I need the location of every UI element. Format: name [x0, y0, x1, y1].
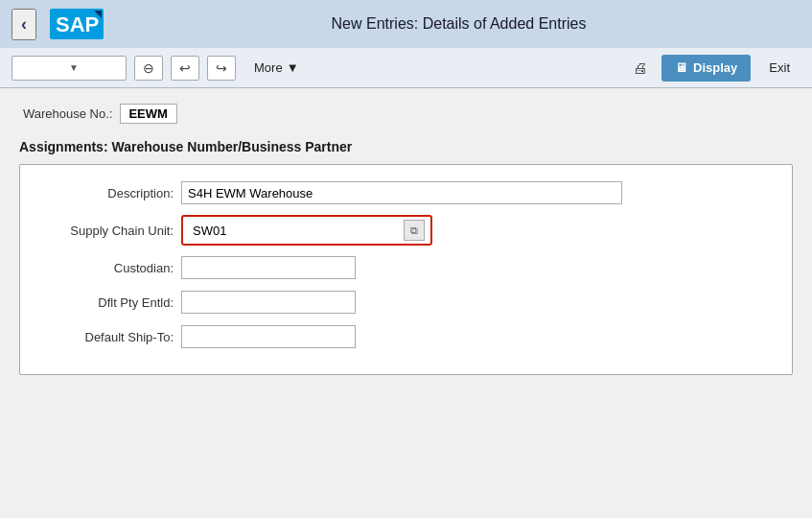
supply-chain-label: Supply Chain Unit: [39, 224, 174, 238]
main-content: Warehouse No.: EEWM www.SapOnlineTutoria… [0, 88, 812, 390]
svg-text:SAP: SAP [56, 12, 99, 36]
more-chevron-icon: ▼ [287, 60, 299, 75]
chevron-down-icon: ▼ [69, 62, 120, 73]
dflt-pty-label: Dflt Pty Entld: [39, 295, 174, 310]
assignments-title: Assignments: Warehouse Number/Business P… [19, 139, 793, 154]
more-button[interactable]: More ▼ [244, 56, 310, 81]
description-label: Description: [39, 186, 174, 200]
description-input[interactable] [181, 181, 622, 204]
default-ship-row: Default Ship-To: [39, 324, 773, 349]
supply-chain-lookup-button[interactable]: ⧉ [404, 220, 425, 241]
display-label: Display [693, 60, 737, 75]
toolbar: ▼ ⊖ ↩ ↪ More ▼ 🖨 🖥 Display Exit [0, 48, 812, 88]
header-bar: ‹ SAP New Entries: Details of Added Entr… [0, 0, 812, 48]
default-ship-label: Default Ship-To: [39, 330, 174, 344]
description-row: Description: [39, 180, 773, 205]
supply-chain-highlight: ⧉ [181, 215, 432, 246]
custodian-label: Custodian: [39, 261, 174, 275]
supply-chain-input[interactable] [189, 220, 400, 241]
warehouse-value: EEWM [120, 104, 177, 124]
back-nav-icon: ↩ [179, 60, 191, 76]
assignments-section: Assignments: Warehouse Number/Business P… [19, 139, 793, 375]
print-button[interactable]: 🖨 [625, 56, 654, 81]
lookup-icon: ⧉ [410, 224, 418, 237]
minus-button[interactable]: ⊖ [134, 56, 163, 81]
display-button[interactable]: 🖥 Display [661, 55, 751, 82]
assignments-box: Description: Supply Chain Unit: ⧉ Custod… [19, 164, 793, 375]
supply-chain-row: Supply Chain Unit: ⧉ [39, 215, 773, 246]
more-label: More [254, 60, 283, 75]
forward-nav-button[interactable]: ↪ [207, 56, 236, 81]
dflt-pty-input[interactable] [181, 291, 356, 314]
custodian-input[interactable] [181, 256, 356, 279]
print-icon: 🖨 [633, 59, 647, 76]
back-button[interactable]: ‹ [12, 9, 36, 40]
page-title: New Entries: Details of Added Entries [117, 15, 800, 33]
sap-logo: SAP [48, 7, 105, 41]
dflt-pty-row: Dflt Pty Entld: [39, 290, 773, 315]
back-nav-button[interactable]: ↩ [171, 56, 199, 81]
custodian-row: Custodian: [39, 255, 773, 280]
display-icon: 🖥 [675, 60, 687, 75]
warehouse-row: Warehouse No.: EEWM [19, 104, 793, 124]
warehouse-label: Warehouse No.: [23, 106, 112, 121]
toolbar-dropdown[interactable]: ▼ [12, 56, 127, 81]
forward-nav-icon: ↪ [216, 60, 227, 76]
exit-button[interactable]: Exit [758, 56, 800, 81]
default-ship-input[interactable] [181, 325, 356, 348]
minus-icon: ⊖ [143, 60, 154, 76]
